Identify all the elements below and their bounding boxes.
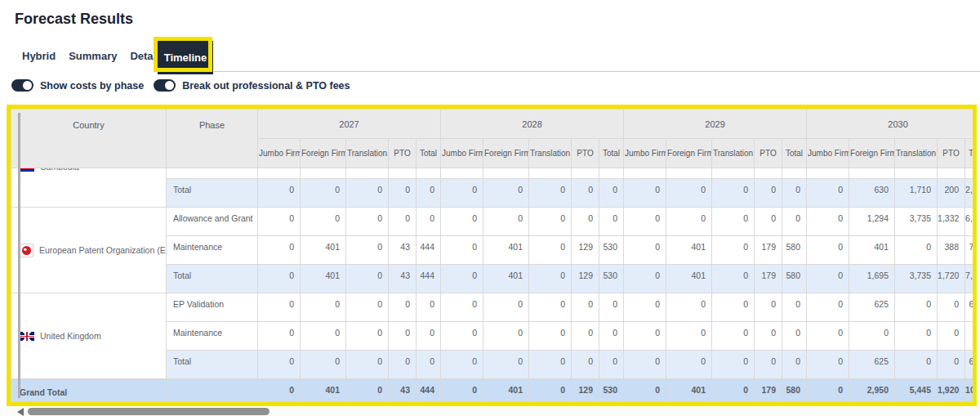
cell-value: 625 bbox=[849, 293, 895, 322]
cell-value: 0 bbox=[389, 179, 416, 208]
cell-value: 401 bbox=[301, 236, 346, 265]
subcolumn-header: Foreign Firm bbox=[849, 139, 895, 168]
cell-value: 0 bbox=[529, 322, 572, 351]
cell-value: 0 bbox=[441, 208, 483, 236]
cell-value: 10,315 bbox=[965, 379, 973, 402]
cell-value: 0 bbox=[441, 293, 483, 322]
country-name: United Kingdom bbox=[40, 331, 101, 341]
subcolumn-header: PTO bbox=[389, 139, 416, 168]
cell-value: 0 bbox=[624, 293, 666, 322]
subcolumn-header: Jumbo Firm bbox=[624, 139, 666, 168]
cell-value: 0 bbox=[599, 322, 624, 351]
cell-value bbox=[416, 168, 441, 179]
cell-value: 0 bbox=[807, 322, 849, 351]
cell-value: 0 bbox=[258, 351, 301, 379]
cell-value: 0 bbox=[624, 379, 666, 402]
cell-value: 5,445 bbox=[895, 379, 938, 402]
cell-value: 0 bbox=[529, 379, 572, 402]
phase-cell bbox=[167, 168, 258, 179]
tab-summary[interactable]: Summary bbox=[69, 50, 117, 62]
country-label: United Kingdom bbox=[20, 331, 166, 341]
grand-total-row: Grand Total04010434440401012953004010179… bbox=[11, 379, 973, 402]
cell-value: 0 bbox=[258, 322, 301, 351]
cell-value: 6,361 bbox=[965, 208, 973, 236]
tab-detail[interactable]: Detail bbox=[130, 50, 158, 62]
cell-value: 0 bbox=[258, 265, 301, 293]
cell-value: 129 bbox=[572, 379, 599, 402]
cell-value: 1,710 bbox=[895, 179, 938, 208]
cell-value bbox=[755, 168, 782, 179]
cell-value: 0 bbox=[483, 351, 529, 379]
cell-value bbox=[624, 168, 666, 179]
cell-value: 0 bbox=[666, 351, 712, 379]
year-header-2028: 2028 bbox=[441, 110, 624, 139]
toggle-show-costs-by-phase[interactable]: Show costs by phase bbox=[11, 79, 144, 92]
cell-value: 401 bbox=[301, 265, 346, 293]
country-label: Cambodia bbox=[20, 168, 79, 172]
cell-value: 0 bbox=[572, 322, 599, 351]
table-left-scrollbar[interactable] bbox=[18, 113, 20, 398]
cell-value: 43 bbox=[389, 379, 416, 402]
cell-value: 0 bbox=[938, 351, 965, 379]
cell-value: 0 bbox=[301, 179, 346, 208]
cell-value: 0 bbox=[258, 379, 301, 402]
cell-value: 0 bbox=[346, 236, 389, 265]
cell-value: 0 bbox=[782, 322, 807, 351]
cell-value: 0 bbox=[301, 351, 346, 379]
cell-value: 129 bbox=[572, 265, 599, 293]
cell-value: 444 bbox=[416, 236, 441, 265]
cell-value bbox=[483, 168, 529, 179]
cell-value bbox=[258, 168, 301, 179]
cell-value: 580 bbox=[782, 379, 807, 402]
cell-value: 3,735 bbox=[895, 265, 938, 293]
tab-hybrid[interactable]: Hybrid bbox=[22, 50, 56, 62]
toggle-switch-icon[interactable] bbox=[11, 79, 33, 92]
cell-value: 0 bbox=[529, 293, 572, 322]
scrollbar-thumb[interactable] bbox=[28, 408, 270, 415]
subcolumn-header: Jumbo Firm bbox=[258, 139, 301, 168]
cell-value: 0 bbox=[755, 293, 782, 322]
cell-value bbox=[807, 168, 849, 179]
phase-cell: Total bbox=[167, 265, 258, 293]
subcolumn-header: Translation bbox=[346, 139, 389, 168]
year-header-2029: 2029 bbox=[624, 110, 807, 139]
cell-value: 0 bbox=[416, 351, 441, 379]
cell-value: 401 bbox=[849, 236, 895, 265]
cell-value bbox=[712, 168, 755, 179]
cell-value bbox=[346, 168, 389, 179]
subcolumn-header: Total bbox=[782, 139, 807, 168]
header-row-years: CountryPhase2027202820292030 bbox=[11, 110, 973, 139]
country-cell: European Patent Organization (EPO) bbox=[11, 208, 167, 293]
cell-value: 0 bbox=[529, 179, 572, 208]
toggle-break-out-fees[interactable]: Break out professional & PTO fees bbox=[154, 79, 350, 92]
phase-cell: Total bbox=[167, 351, 258, 379]
cell-value: 0 bbox=[441, 379, 483, 402]
cell-value: 0 bbox=[938, 293, 965, 322]
cell-value: 0 bbox=[441, 236, 483, 265]
cell-value: 0 bbox=[301, 322, 346, 351]
cell-value: 444 bbox=[416, 265, 441, 293]
cell-value bbox=[301, 168, 346, 179]
cell-value: 179 bbox=[755, 265, 782, 293]
cell-value: 580 bbox=[782, 265, 807, 293]
cell-value bbox=[666, 168, 712, 179]
cell-value: 0 bbox=[938, 322, 965, 351]
cell-value: 0 bbox=[624, 265, 666, 293]
scroll-left-arrow-icon[interactable] bbox=[17, 408, 24, 416]
cell-value: 179 bbox=[755, 236, 782, 265]
cell-value: 0 bbox=[389, 208, 416, 236]
cell-value: 0 bbox=[258, 208, 301, 236]
subcolumn-header: Translation bbox=[895, 139, 938, 168]
cell-value: 200 bbox=[938, 179, 965, 208]
cell-value: 43 bbox=[389, 236, 416, 265]
cell-value: 0 bbox=[895, 236, 938, 265]
country-label: European Patent Organization (EPO) bbox=[20, 244, 166, 257]
cell-value: 1,695 bbox=[849, 265, 895, 293]
uk-flag-icon bbox=[20, 332, 34, 341]
tab-timeline[interactable]: Timeline bbox=[158, 41, 213, 74]
cell-value: 0 bbox=[441, 322, 483, 351]
cell-value: 0 bbox=[346, 265, 389, 293]
toggle-switch-icon[interactable] bbox=[154, 79, 176, 92]
cell-value: 530 bbox=[599, 265, 624, 293]
horizontal-scrollbar[interactable] bbox=[0, 408, 980, 416]
